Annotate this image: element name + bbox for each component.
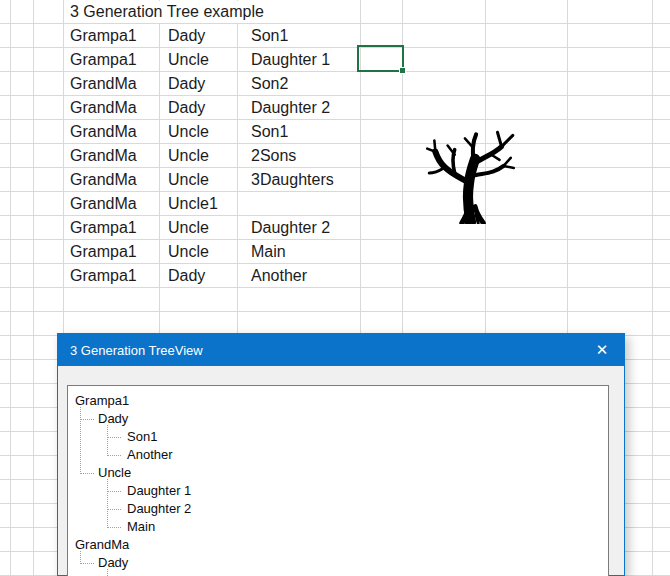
tree-connector [107, 509, 121, 510]
tree-item[interactable]: Grampa1 [75, 392, 129, 410]
spreadsheet-cell[interactable]: Uncle [168, 48, 209, 72]
tree-connector [80, 407, 81, 474]
tree-clipart-image[interactable] [421, 114, 519, 224]
spreadsheet-cell[interactable]: Uncle [168, 144, 209, 168]
spreadsheet-cell[interactable]: Grampa1 [70, 48, 137, 72]
spreadsheet-cell[interactable]: Uncle [168, 240, 209, 264]
gridline [652, 0, 653, 576]
treeview-control[interactable]: Grampa1DadySon1AnotherUncleDaughter 1Dau… [67, 385, 609, 576]
tree-connector [107, 491, 121, 492]
tree-connector [80, 551, 81, 564]
excel-worksheet-canvas: 3 Generation Tree example Grampa1DadySon… [0, 0, 670, 576]
selected-cell[interactable] [357, 45, 404, 72]
tree-connector [107, 455, 121, 456]
spreadsheet-cell[interactable]: Dady [168, 264, 205, 288]
spreadsheet-cell[interactable]: Daughter 1 [251, 48, 330, 72]
spreadsheet-cell[interactable]: GrandMa [70, 144, 137, 168]
spreadsheet-cell[interactable]: Main [251, 240, 286, 264]
tree-item[interactable]: Daughter 2 [127, 500, 191, 518]
spreadsheet-cell[interactable]: Uncle1 [168, 192, 218, 216]
spreadsheet-cell[interactable]: 2Sons [251, 144, 296, 168]
spreadsheet-cell[interactable]: Daughter 2 [251, 216, 330, 240]
spreadsheet-cell[interactable]: Son2 [251, 72, 288, 96]
tree-item[interactable]: Uncle [98, 464, 131, 482]
tree-item[interactable]: Dady [98, 410, 128, 428]
tree-item[interactable]: Son1 [127, 428, 157, 446]
tree-item[interactable]: Daughter 1 [127, 482, 191, 500]
spreadsheet-cell[interactable]: Daughter 2 [251, 96, 330, 120]
spreadsheet-cell[interactable]: Uncle [168, 120, 209, 144]
tree-item[interactable]: GrandMa [75, 536, 129, 554]
bare-tree-icon [421, 114, 519, 224]
spreadsheet-cell[interactable]: Another [251, 264, 307, 288]
tree-item[interactable]: Dady [98, 554, 128, 572]
spreadsheet-cell[interactable]: GrandMa [70, 120, 137, 144]
spreadsheet-cell[interactable]: Uncle [168, 216, 209, 240]
spreadsheet-cell[interactable]: Uncle [168, 168, 209, 192]
dialog-title: 3 Generation TreeView [70, 343, 203, 358]
tree-connector [80, 473, 94, 474]
close-button[interactable]: ✕ [580, 334, 624, 366]
gridline [33, 0, 34, 576]
tree-item[interactable]: Another [127, 446, 173, 464]
tree-connector [107, 425, 108, 456]
spreadsheet-cell[interactable]: Son1 [251, 120, 288, 144]
tree-connector [80, 563, 94, 564]
sheet-title-cell[interactable]: 3 Generation Tree example [70, 0, 264, 24]
spreadsheet-cell[interactable]: Grampa1 [70, 240, 137, 264]
spreadsheet-cell[interactable]: Dady [168, 24, 205, 48]
fill-handle[interactable] [399, 67, 406, 74]
spreadsheet-cell[interactable]: GrandMa [70, 192, 137, 216]
tree-connector [107, 479, 108, 528]
tree-item[interactable]: Son2 [127, 572, 157, 576]
gridline [10, 0, 11, 576]
spreadsheet-cell[interactable]: GrandMa [70, 96, 137, 120]
spreadsheet-cell[interactable]: Dady [168, 72, 205, 96]
tree-connector [80, 419, 94, 420]
close-icon: ✕ [596, 341, 609, 359]
tree-connector [107, 437, 121, 438]
spreadsheet-cell[interactable]: Grampa1 [70, 24, 137, 48]
spreadsheet-cell[interactable]: 3Daughters [251, 168, 334, 192]
spreadsheet-cell[interactable]: Dady [168, 96, 205, 120]
spreadsheet-cell[interactable]: Son1 [251, 24, 288, 48]
treeview-dialog: 3 Generation TreeView ✕ Grampa1DadySon1A… [57, 333, 625, 576]
tree-item[interactable]: Main [127, 518, 155, 536]
spreadsheet-cell[interactable]: GrandMa [70, 72, 137, 96]
spreadsheet-cell[interactable]: Grampa1 [70, 216, 137, 240]
tree-connector [107, 527, 121, 528]
tree-connector [107, 569, 108, 576]
spreadsheet-cell[interactable]: GrandMa [70, 168, 137, 192]
dialog-titlebar[interactable]: 3 Generation TreeView [58, 334, 624, 366]
spreadsheet-cell[interactable]: Grampa1 [70, 264, 137, 288]
